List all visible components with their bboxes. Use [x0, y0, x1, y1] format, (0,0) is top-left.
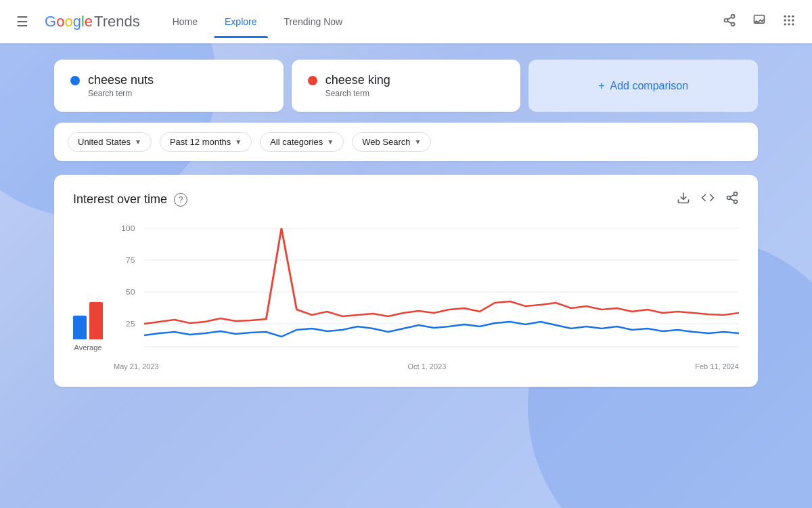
filter-time[interactable]: Past 12 months ▼ — [160, 132, 252, 152]
add-comparison-icon: + — [598, 80, 604, 92]
svg-point-8 — [792, 15, 794, 17]
nav-home[interactable]: Home — [162, 11, 208, 33]
embed-icon[interactable] — [701, 191, 715, 208]
svg-text:100: 100 — [121, 224, 135, 232]
chart-card: Interest over time ? — [54, 175, 758, 387]
x-label-3: Feb 11, 2024 — [695, 362, 739, 371]
term1-dot — [70, 76, 80, 85]
download-icon[interactable] — [677, 191, 690, 208]
chart-help-icon[interactable]: ? — [174, 193, 187, 207]
svg-line-19 — [730, 198, 734, 200]
main-content: cheese nuts Search term cheese king Sear… — [0, 43, 812, 508]
header-actions — [717, 8, 801, 36]
svg-point-1 — [725, 18, 728, 22]
chevron-down-icon: ▼ — [414, 138, 421, 146]
chart-actions — [677, 191, 739, 208]
filter-search-type[interactable]: Web Search ▼ — [352, 132, 431, 152]
add-comparison-card[interactable]: + Add comparison — [528, 60, 758, 112]
term2-name: cheese king — [325, 73, 390, 87]
legend-bars — [73, 299, 103, 339]
legend-label: Average — [74, 343, 102, 352]
chart-share-icon[interactable] — [725, 191, 739, 208]
term1-type: Search term — [88, 89, 154, 98]
chart-svg: 100 75 50 25 — [114, 221, 739, 357]
svg-point-17 — [727, 196, 731, 200]
search-term-card-1[interactable]: cheese nuts Search term — [54, 60, 284, 112]
svg-point-12 — [784, 23, 786, 25]
svg-text:50: 50 — [126, 288, 135, 296]
filter-category[interactable]: All categories ▼ — [260, 132, 344, 152]
google-wordmark: Google — [45, 13, 93, 30]
chart-svg-container: 100 75 50 25 May 21, 2023 Oct 1, 2023 — [114, 221, 739, 371]
svg-point-0 — [731, 14, 735, 18]
legend-bar-blue — [73, 316, 87, 339]
main-nav: Home Explore Trending Now — [162, 11, 717, 33]
svg-point-11 — [792, 19, 794, 21]
chart-title-group: Interest over time ? — [73, 192, 187, 207]
feedback-icon[interactable] — [747, 8, 771, 36]
term1-info: cheese nuts Search term — [88, 73, 154, 98]
chart-title: Interest over time — [73, 192, 167, 207]
header: ☰ Google Trends Home Explore Trending No… — [0, 0, 812, 43]
x-axis-labels: May 21, 2023 Oct 1, 2023 Feb 11, 2024 — [114, 360, 739, 371]
svg-point-10 — [788, 19, 790, 21]
logo: Google Trends — [45, 13, 140, 30]
nav-trending[interactable]: Trending Now — [273, 11, 354, 33]
chevron-down-icon: ▼ — [135, 138, 141, 146]
search-term-card-2[interactable]: cheese king Search term — [292, 60, 521, 112]
nav-explore[interactable]: Explore — [214, 11, 267, 33]
apps-icon[interactable] — [777, 8, 801, 36]
svg-point-16 — [734, 192, 738, 196]
chart-legend: Average — [73, 221, 103, 371]
svg-point-9 — [784, 19, 786, 21]
svg-line-4 — [727, 17, 731, 19]
x-label-2: Oct 1, 2023 — [407, 362, 446, 371]
menu-icon[interactable]: ☰ — [11, 8, 34, 35]
term1-name: cheese nuts — [88, 73, 154, 87]
svg-text:75: 75 — [126, 256, 135, 264]
svg-point-6 — [784, 15, 786, 17]
chart-area: Average 100 75 50 25 — [73, 221, 739, 371]
chart-header: Interest over time ? — [73, 191, 739, 208]
svg-text:25: 25 — [126, 320, 135, 328]
term2-dot — [308, 76, 317, 85]
filter-location[interactable]: United States ▼ — [68, 132, 152, 152]
svg-point-18 — [734, 200, 738, 203]
chevron-down-icon: ▼ — [235, 138, 242, 146]
svg-line-3 — [727, 21, 731, 23]
svg-point-14 — [792, 23, 794, 25]
svg-point-2 — [731, 22, 735, 26]
term2-type: Search term — [325, 89, 390, 98]
x-label-1: May 21, 2023 — [114, 362, 159, 371]
filters-row: United States ▼ Past 12 months ▼ All cat… — [54, 123, 758, 161]
term2-info: cheese king Search term — [325, 73, 390, 98]
add-comparison-label: Add comparison — [610, 80, 689, 92]
share-icon[interactable] — [717, 8, 742, 36]
svg-point-7 — [788, 15, 790, 17]
svg-line-20 — [730, 194, 734, 196]
chevron-down-icon: ▼ — [327, 138, 334, 146]
search-terms-row: cheese nuts Search term cheese king Sear… — [54, 60, 758, 112]
svg-point-13 — [788, 23, 790, 25]
trends-wordmark: Trends — [94, 13, 140, 30]
legend-bar-red — [89, 302, 103, 339]
